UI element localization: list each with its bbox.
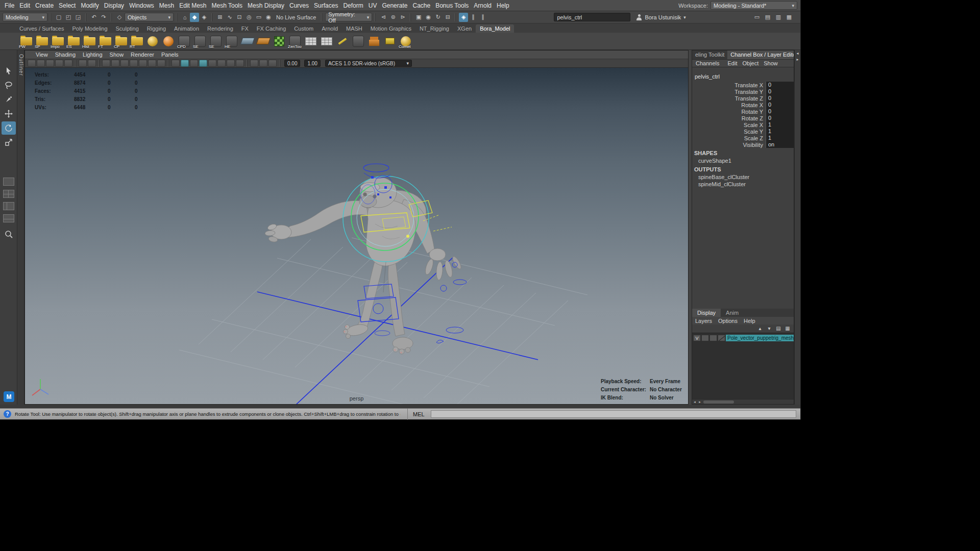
menu-edit-mesh[interactable]: Edit Mesh — [177, 2, 209, 9]
channel-value[interactable]: 0 — [766, 102, 794, 108]
menu-cache[interactable]: Cache — [410, 2, 433, 9]
shelf-button[interactable]: Impo — [50, 34, 65, 49]
channel-value[interactable]: 1 — [766, 121, 794, 128]
layer-row[interactable]: V Pole_vector_puppetrig_mesh_L — [692, 334, 794, 342]
cb-menu-object[interactable]: Object — [740, 60, 761, 66]
highlight-selection-icon[interactable]: ◈ — [459, 13, 468, 22]
menu-file[interactable]: File — [2, 2, 17, 9]
toggle-attribute-editor-icon[interactable]: ▤ — [763, 13, 772, 22]
channel-value[interactable]: 0 — [766, 82, 794, 88]
menu-surfaces[interactable]: Surfaces — [311, 2, 340, 9]
shelf-tab[interactable]: Motion Graphics — [366, 24, 415, 33]
shelf-button[interactable]: Comet — [398, 34, 413, 49]
menu-deform[interactable]: Deform — [340, 2, 365, 9]
xray-icon[interactable] — [259, 60, 267, 67]
two-pane-side-layout-button[interactable] — [3, 202, 14, 210]
scroll-left-icon[interactable]: ◂ — [692, 399, 697, 405]
channel-value[interactable]: 0 — [766, 95, 794, 102]
image-plane-icon[interactable] — [64, 60, 72, 67]
lock-camera-icon[interactable] — [37, 60, 45, 67]
film-gate-icon[interactable] — [111, 60, 119, 67]
channel-row[interactable]: Scale Z1 — [692, 135, 794, 141]
select-object-mode-icon[interactable]: ◆ — [190, 13, 199, 22]
channel-value[interactable]: 0 — [766, 108, 794, 115]
shadows-icon[interactable] — [217, 60, 226, 67]
layer-display-type-toggle[interactable] — [709, 335, 717, 341]
shelf-button[interactable] — [382, 34, 398, 49]
shelf-button[interactable] — [319, 34, 334, 49]
ambient-occlusion-icon[interactable] — [227, 60, 235, 67]
channel-row[interactable]: Rotate Y0 — [692, 108, 794, 115]
shelf-tab[interactable]: Poly Modeling — [68, 24, 111, 33]
channel-row[interactable]: Rotate X0 — [692, 102, 794, 108]
shelf-tab[interactable]: Animation — [170, 24, 203, 33]
save-scene-icon[interactable]: ◲ — [74, 13, 83, 22]
toggle-tool-settings-icon[interactable]: ▥ — [774, 13, 783, 22]
channel-row[interactable]: Scale Y1 — [692, 128, 794, 135]
shelf-button[interactable]: HE — [224, 34, 239, 49]
menu-windows[interactable]: Windows — [127, 2, 157, 9]
output-connections-icon[interactable]: ⊳ — [398, 13, 407, 22]
shelf-button[interactable]: ZenToo — [287, 34, 303, 49]
shelf-button[interactable]: FT — [97, 34, 113, 49]
help-icon[interactable]: ? — [4, 410, 11, 418]
new-empty-layer-icon[interactable]: ▤ — [775, 325, 782, 332]
shelf-tab[interactable]: Sculpting — [112, 24, 143, 33]
exposure-field[interactable]: 0.00 — [284, 60, 300, 67]
workspace-dropdown[interactable]: Modeling - Standard* ▾ — [710, 1, 797, 10]
menu-uv[interactable]: UV — [366, 2, 380, 9]
tab-anim-layers[interactable]: Anim — [721, 309, 744, 317]
scroll-right-icon[interactable]: ▸ — [697, 399, 702, 405]
shelf-tab[interactable]: Arnold — [317, 24, 342, 33]
new-scene-icon[interactable]: ▢ — [54, 13, 63, 22]
layer-playback-toggle[interactable] — [701, 335, 709, 341]
shelf-button[interactable] — [161, 34, 176, 49]
options-menu[interactable]: Options — [715, 318, 741, 324]
move-layer-down-icon[interactable]: ▾ — [766, 325, 773, 332]
redo-icon[interactable]: ↷ — [99, 13, 108, 22]
channel-value[interactable]: on — [766, 141, 794, 148]
shelf-button[interactable]: RT — [129, 34, 144, 49]
wireframe-on-shaded-icon[interactable] — [190, 60, 198, 67]
textured-icon[interactable] — [199, 60, 207, 67]
construction-history-icon[interactable]: ⊚ — [388, 13, 398, 22]
layer-name[interactable]: Pole_vector_puppetrig_mesh_L — [726, 335, 794, 341]
shelf-button[interactable] — [366, 34, 382, 49]
menu-mesh-display[interactable]: Mesh Display — [245, 2, 287, 9]
collapse-panel-left-icon[interactable]: ◂ — [795, 50, 800, 56]
shelf-button[interactable]: CPD — [177, 34, 192, 49]
wireframe-icon[interactable] — [172, 60, 180, 67]
shelf-button[interactable] — [272, 34, 287, 49]
viewport-canvas[interactable]: Verts:445400 Edges:887400 Faces:441500 T… — [25, 68, 688, 404]
snap-to-projected-center-icon[interactable]: ◎ — [244, 13, 254, 22]
snap-to-curve-icon[interactable]: ∿ — [225, 13, 234, 22]
panel-menu-panels[interactable]: Panels — [158, 52, 182, 58]
shelf-button[interactable]: SP — [34, 34, 50, 49]
open-scene-icon[interactable]: ◰ — [64, 13, 73, 22]
menu-bonus-tools[interactable]: Bonus Tools — [433, 2, 471, 9]
shelf-button[interactable] — [240, 34, 255, 49]
single-pane-layout-button[interactable] — [3, 178, 14, 186]
camera-attributes-icon[interactable] — [46, 60, 54, 67]
select-tool-icon[interactable] — [2, 64, 16, 78]
two-d-pan-zoom-icon[interactable] — [79, 60, 87, 67]
ipr-render-icon[interactable]: ↻ — [433, 13, 443, 22]
shelf-tab[interactable]: XGen — [453, 24, 476, 33]
panel-menu-lighting[interactable]: Lighting — [79, 52, 106, 58]
channel-value[interactable]: 0 — [766, 115, 794, 121]
symmetry-dropdown[interactable]: Symmetry: Off▾ — [325, 13, 372, 21]
rotate-tool-icon[interactable] — [2, 121, 16, 135]
scale-tool-icon[interactable] — [2, 136, 16, 149]
new-layer-from-selected-icon[interactable]: ▦ — [784, 325, 791, 332]
shelf-tab[interactable]: Rigging — [143, 24, 170, 33]
smooth-shade-icon[interactable] — [181, 60, 189, 67]
shelf-button[interactable] — [145, 34, 160, 49]
layers-menu[interactable]: Layers — [692, 318, 715, 324]
four-pane-layout-button[interactable] — [3, 190, 14, 198]
shelf-button[interactable]: Hist — [82, 34, 97, 49]
render-settings-icon[interactable]: ⊟ — [443, 13, 452, 22]
snap-to-view-plane-icon[interactable]: ▭ — [254, 13, 263, 22]
shelf-tab-active[interactable]: Bora_Model — [476, 24, 514, 33]
pane-with-timeline-layout-button[interactable] — [3, 214, 14, 222]
isolate-select-icon[interactable] — [250, 60, 258, 67]
